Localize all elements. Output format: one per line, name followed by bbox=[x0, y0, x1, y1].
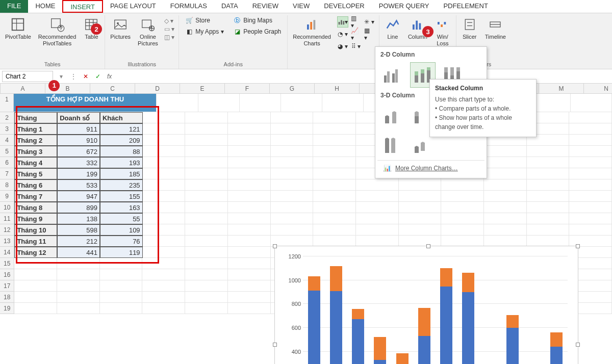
cell[interactable] bbox=[185, 123, 228, 135]
cell[interactable] bbox=[142, 303, 185, 314]
cell[interactable] bbox=[271, 135, 314, 146]
bar-segment-series2[interactable] bbox=[374, 337, 386, 360]
cell[interactable] bbox=[143, 146, 186, 157]
cell[interactable] bbox=[57, 258, 100, 269]
cell[interactable] bbox=[228, 123, 271, 135]
cell[interactable] bbox=[271, 112, 314, 123]
tab-home[interactable]: HOME bbox=[28, 0, 62, 13]
cell[interactable] bbox=[57, 303, 100, 314]
row-header[interactable]: 19 bbox=[0, 303, 14, 314]
sparkline-line-button[interactable]: Line bbox=[384, 15, 402, 41]
cell[interactable] bbox=[356, 179, 399, 191]
cell[interactable] bbox=[228, 269, 271, 280]
cell[interactable]: 55 bbox=[100, 213, 143, 224]
row-header[interactable]: 15 bbox=[0, 258, 14, 269]
cell[interactable] bbox=[228, 224, 271, 236]
row-header[interactable]: 16 bbox=[0, 269, 14, 280]
cell[interactable] bbox=[198, 94, 240, 112]
cell[interactable] bbox=[157, 94, 198, 112]
cell[interactable] bbox=[240, 94, 281, 112]
cell[interactable] bbox=[322, 94, 364, 112]
cell[interactable] bbox=[57, 280, 100, 292]
cell[interactable] bbox=[185, 258, 228, 269]
bar-segment-series2[interactable] bbox=[440, 268, 452, 287]
bar-segment-series2[interactable] bbox=[550, 332, 563, 347]
cell[interactable] bbox=[185, 202, 228, 213]
cell[interactable] bbox=[441, 213, 484, 224]
slicer-button[interactable]: Slicer bbox=[461, 15, 479, 41]
cell[interactable]: 212 bbox=[57, 236, 100, 247]
cell[interactable] bbox=[569, 191, 612, 202]
cell[interactable] bbox=[228, 303, 271, 314]
cell[interactable] bbox=[228, 236, 271, 247]
row-header[interactable]: 17 bbox=[0, 280, 14, 292]
recommended-charts-button[interactable]: Recommended Charts bbox=[292, 15, 332, 48]
cell[interactable]: Tháng 8 bbox=[14, 202, 57, 213]
cell[interactable] bbox=[484, 224, 527, 236]
cell[interactable] bbox=[228, 146, 271, 157]
cell[interactable] bbox=[228, 157, 271, 168]
cell[interactable]: Tháng 11 bbox=[14, 236, 57, 247]
cell[interactable] bbox=[185, 135, 228, 146]
smartart-icon[interactable]: ▭ ▾ bbox=[164, 25, 174, 33]
cell[interactable]: 88 bbox=[100, 146, 143, 157]
cell[interactable]: TỔNG HỢP DOANH THU bbox=[14, 94, 157, 112]
cell[interactable] bbox=[527, 202, 570, 213]
cell[interactable]: 947 bbox=[57, 191, 100, 202]
3d-clustered-option[interactable] bbox=[380, 103, 406, 128]
cell[interactable] bbox=[569, 123, 612, 135]
bar-segment-series2[interactable] bbox=[352, 309, 364, 320]
cell[interactable] bbox=[356, 213, 399, 224]
cell[interactable] bbox=[313, 146, 356, 157]
cell[interactable]: Khách hàng bbox=[100, 112, 143, 123]
column-header[interactable]: F bbox=[225, 84, 270, 94]
cell[interactable] bbox=[185, 157, 228, 168]
cell[interactable]: 533 bbox=[57, 179, 100, 191]
cell[interactable] bbox=[271, 224, 314, 236]
combo-chart-button[interactable]: ▦ ▾ bbox=[364, 29, 375, 40]
cell[interactable] bbox=[484, 213, 527, 224]
cell[interactable]: 155 bbox=[100, 191, 143, 202]
row-header[interactable]: 1 bbox=[0, 94, 14, 112]
cell[interactable] bbox=[313, 202, 356, 213]
cell[interactable] bbox=[569, 213, 612, 224]
cell[interactable] bbox=[57, 292, 100, 303]
cell[interactable] bbox=[142, 258, 185, 269]
cell[interactable] bbox=[484, 179, 527, 191]
store-button[interactable]: 🛒Store bbox=[183, 15, 226, 25]
row-header[interactable]: 6 bbox=[0, 157, 14, 168]
cell[interactable] bbox=[143, 247, 186, 258]
cell[interactable]: 235 bbox=[100, 179, 143, 191]
cell[interactable]: Tháng 12 bbox=[14, 247, 57, 258]
cell[interactable] bbox=[185, 213, 228, 224]
row-header[interactable]: 18 bbox=[0, 292, 14, 303]
cell[interactable] bbox=[228, 135, 271, 146]
cell[interactable]: 598 bbox=[57, 224, 100, 236]
bar-segment-series2[interactable] bbox=[462, 273, 474, 292]
cell[interactable] bbox=[441, 191, 484, 202]
cell[interactable]: Tháng bbox=[14, 112, 57, 123]
bar-segment-series1[interactable] bbox=[330, 291, 342, 364]
cell[interactable]: 109 bbox=[100, 224, 143, 236]
cell[interactable] bbox=[143, 168, 186, 179]
cell[interactable] bbox=[313, 179, 356, 191]
cell[interactable] bbox=[100, 269, 143, 280]
cell[interactable] bbox=[143, 213, 186, 224]
cell[interactable]: 911 bbox=[57, 123, 100, 135]
cell[interactable] bbox=[14, 280, 57, 292]
cell[interactable] bbox=[271, 213, 314, 224]
cell[interactable] bbox=[143, 202, 186, 213]
cell[interactable] bbox=[527, 213, 570, 224]
name-box[interactable] bbox=[2, 71, 53, 82]
cell[interactable] bbox=[313, 191, 356, 202]
bar-segment-series1[interactable] bbox=[462, 292, 474, 364]
enter-icon[interactable]: ✓ bbox=[92, 73, 104, 80]
cell[interactable] bbox=[569, 157, 612, 168]
cell[interactable] bbox=[313, 112, 356, 123]
cell[interactable] bbox=[185, 179, 228, 191]
cell[interactable] bbox=[142, 292, 185, 303]
tab-pagelayout[interactable]: PAGE LAYOUT bbox=[103, 0, 163, 13]
cell[interactable] bbox=[356, 224, 399, 236]
online-pictures-button[interactable]: Online Pictures bbox=[137, 15, 159, 48]
cell[interactable] bbox=[185, 292, 228, 303]
